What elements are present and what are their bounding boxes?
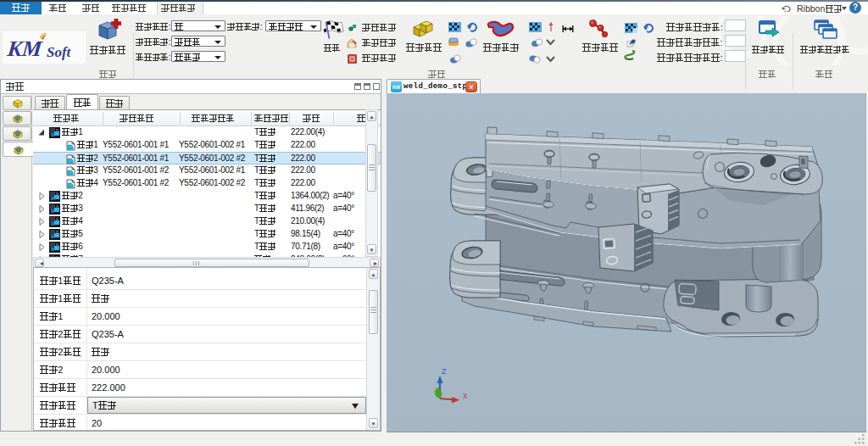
svg-text:Z: Z xyxy=(442,368,447,376)
svg-text:X: X xyxy=(463,393,468,401)
svg-text:KM: KM xyxy=(392,85,400,90)
svg-text:KM: KM xyxy=(5,36,43,61)
svg-text:Soft: Soft xyxy=(47,44,72,60)
